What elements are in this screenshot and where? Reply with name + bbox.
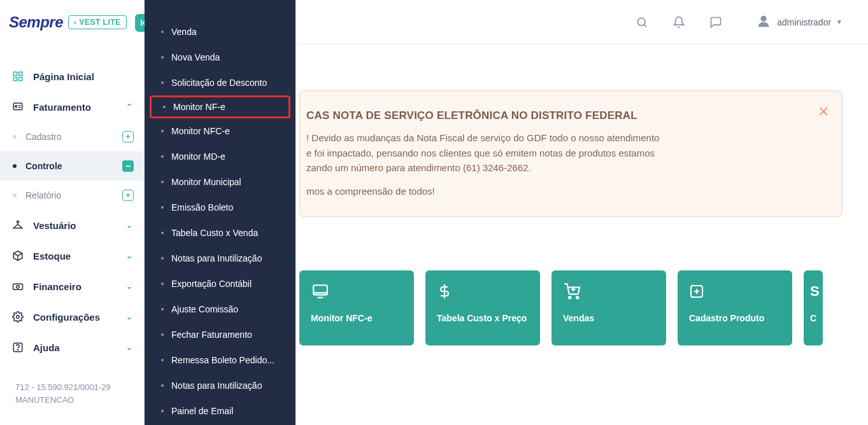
flyout-item-solicitacao-desconto[interactable]: Solicitação de Desconto [145,70,295,95]
bullet-icon [161,206,164,209]
nav-item-faturamento[interactable]: Faturamento ⌃ [0,92,144,122]
alert-line: mos a compreensão de todos! [306,184,806,199]
chevron-down-icon: ⌄ [126,251,132,260]
alert-line: ! Devido as mudanças da Nota Fiscal de s… [306,130,806,145]
flyout-item-exportacao-contabil[interactable]: Exportação Contábil [145,271,295,296]
nav-label: Vestuário [33,220,76,231]
svg-point-9 [15,106,17,108]
svg-point-16 [17,316,20,319]
flyout-item-tabela-custo-venda[interactable]: Tabela Custo x Venda [145,220,295,246]
invoice-icon [11,101,24,113]
flyout-label: Venda [171,27,197,37]
flyout-item-ajuste-comissao[interactable]: Ajuste Comissão [145,296,295,322]
nav-label: Financeiro [33,281,82,292]
bullet-icon [161,232,164,234]
logo[interactable]: Sempre VEST LITE [0,0,144,45]
user-menu[interactable]: administrador ▼ [757,14,843,30]
flyout-item-emissao-boleto[interactable]: Emissão Boleto [145,195,295,220]
chevron-down-icon: ⌄ [126,312,132,321]
main-content: ✕ CAS NOTA DE SERVIÇO ELETRÔNICA NO DIST… [295,45,868,425]
flyout-item-fechar-faturamento[interactable]: Fechar Faturamento [145,322,295,347]
svg-line-1 [644,24,647,27]
search-icon[interactable] [633,13,651,31]
flyout-label: Notas para Inutilização [171,253,262,263]
flyout-item-notas-inutilizacao[interactable]: Notas para Inutilização [145,246,295,271]
flyout-label: Fechar Faturamento [171,330,252,340]
flyout-label: Nova Venda [171,52,220,62]
dot-icon [13,135,17,139]
tile-cadastro-produto[interactable]: Cadastro Produto [678,270,792,345]
brand-name: Sempre [9,13,63,31]
monitor-icon [311,281,402,302]
flyout-item-monitor-mde[interactable]: Monitor MD-e [145,144,295,169]
tile-tabela-custo-preco[interactable]: Tabela Custo x Preço [425,270,540,345]
svg-point-15 [17,286,20,289]
svg-rect-6 [19,78,22,81]
nav-item-financeiro[interactable]: Financeiro ⌄ [0,271,144,302]
bullet-icon [161,130,164,132]
letter-icon: S [810,281,823,302]
nav-label: Faturamento [33,102,91,113]
flyout-item-monitor-municipal[interactable]: Monitor Municipal [145,169,295,195]
chat-icon[interactable] [707,13,725,31]
flyout-item-venda[interactable]: Venda [145,19,295,45]
bell-icon[interactable] [670,13,688,31]
nav-item-configuracoes[interactable]: Configurações ⌄ [0,302,144,332]
bullet-icon [161,384,164,387]
flyout-item-monitor-nfce[interactable]: Monitor NFC-e [145,118,295,144]
flyout-item-monitor-nfe[interactable]: Monitor NF-e [150,95,290,118]
tile-label: C [810,312,823,324]
close-icon[interactable]: ✕ [818,101,829,123]
bullet-icon [161,410,164,412]
hanger-icon [11,219,24,231]
chevron-down-icon: ⌄ [126,282,132,291]
bullet-icon [161,56,164,59]
tile-partial[interactable]: S C [804,270,823,345]
package-icon [11,250,24,261]
flyout-item-notas-inutilizacao-2[interactable]: Notas para Inutilização [145,373,295,398]
tile-label: Tabela Custo x Preço [437,312,529,324]
avatar-icon [757,14,771,30]
chevron-down-icon: ⌄ [126,343,132,352]
dashboard-tiles: Monitor NFC-e Tabela Custo x Preço Venda… [299,270,868,345]
alert-banner: ✕ CAS NOTA DE SERVIÇO ELETRÔNICA NO DIST… [299,90,843,217]
bullet-icon [161,181,164,183]
tile-label: Cadastro Produto [689,312,781,324]
nav-label: Controle [25,161,62,171]
gear-icon [11,311,24,323]
bullet-icon [161,333,164,336]
flyout-item-remessa-boleto[interactable]: Remessa Boleto Pedido... [145,347,295,373]
help-icon [11,342,24,353]
chevron-down-icon: ⌄ [126,221,132,230]
flyout-label: Solicitação de Desconto [171,78,267,88]
bullet-icon [161,81,164,84]
nav-sub-relatorio[interactable]: Relatório + [0,181,144,210]
chevron-down-icon: ▼ [836,18,843,25]
svg-point-2 [761,16,767,22]
nav-label: Ajuda [33,342,60,353]
nav-item-ajuda[interactable]: Ajuda ⌄ [0,332,144,363]
bullet-icon [163,106,166,108]
footer-line2: MANUTENCAO [15,394,129,407]
nav-item-vestuario[interactable]: Vestuário ⌄ [0,210,144,240]
nav-label: Configurações [33,312,100,323]
tile-monitor-nfce[interactable]: Monitor NFC-e [299,270,414,345]
nav-sub-cadastro[interactable]: Cadastro + [0,122,144,151]
tile-label: Vendas [563,312,655,324]
nav-item-pagina-inicial[interactable]: Página Inicial [0,61,144,92]
bullet-icon [161,257,164,260]
plus-icon: + [122,131,134,143]
alert-line: e foi impactado, pensando nos clientes q… [306,146,806,160]
flyout-item-painel-email[interactable]: Painel de Email [145,398,295,424]
alert-line: zando um número para atendimento (61) 32… [306,160,806,175]
flyout-label: Monitor MD-e [171,151,225,162]
bullet-icon [161,31,164,33]
user-name: administrador [777,17,831,27]
svg-rect-4 [13,72,17,75]
flyout-item-nova-venda[interactable]: Nova Venda [145,45,295,70]
nav-sub-controle[interactable]: Controle − [0,151,144,181]
nav-item-estoque[interactable]: Estoque ⌄ [0,240,144,271]
bullet-icon [161,282,164,285]
tile-vendas[interactable]: Vendas [551,270,666,345]
flyout-label: Exportação Contábil [171,279,252,289]
